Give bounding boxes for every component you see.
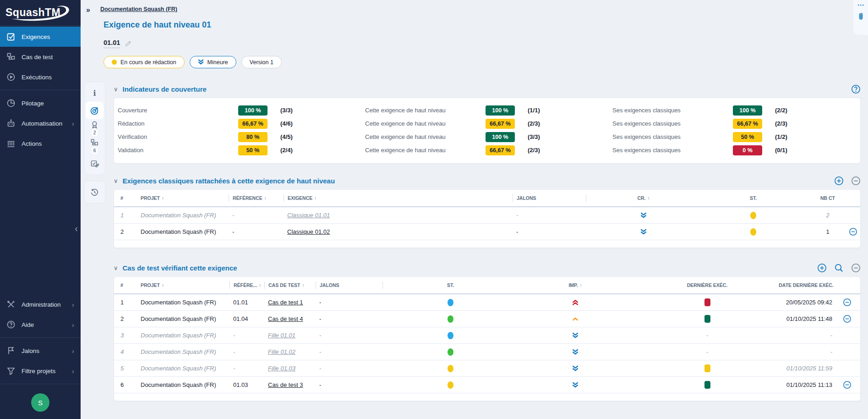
column-header-requirement[interactable]: EXIGENCE↑ — [284, 194, 516, 202]
attachment-paperclip-icon[interactable] — [857, 12, 865, 22]
table-header-row: # PROJET↑ RÉFÉRE...↑ CAS DE TEST↑ JALONS… — [114, 277, 860, 294]
table-row[interactable]: 4 Documentation Squash (FR) - Fille 01.0… — [114, 344, 860, 360]
table-row[interactable]: 1 Documentation Squash (FR) 01.01 Cas de… — [114, 294, 860, 311]
status-chip[interactable]: En cours de rédaction — [104, 56, 185, 68]
column-header-st[interactable]: ST. — [697, 194, 809, 202]
column-header-cr[interactable]: CR.↑ — [586, 194, 697, 202]
column-header-project[interactable]: PROJET↑ — [141, 281, 233, 289]
sort-ascending-icon: ↑ — [162, 196, 164, 201]
table-row[interactable]: 1 Documentation Squash (FR) - Classique … — [114, 207, 860, 224]
column-header-st[interactable]: ST. — [382, 281, 514, 289]
tab-information[interactable]: i — [86, 84, 104, 102]
links-count-badge: 6 — [92, 148, 98, 154]
reference-field[interactable]: 01.01 — [104, 39, 120, 48]
test-case-link[interactable]: Fille 01.03 — [268, 365, 319, 372]
column-header-num[interactable]: # — [120, 194, 141, 202]
table-row[interactable]: 5 Documentation Squash (FR) - Fille 01.0… — [114, 360, 860, 377]
sidebar-item-jalons[interactable]: Jalons › — [0, 341, 81, 361]
criticality-chip[interactable]: Mineure — [190, 56, 236, 68]
tab-coverage[interactable] — [86, 102, 104, 119]
test-case-link[interactable]: Cas de test 4 — [268, 315, 319, 322]
status-dot-icon — [448, 315, 453, 323]
version-chip[interactable]: Version 1 — [241, 56, 282, 68]
last-exec-status-icon — [704, 315, 710, 323]
detach-row-button[interactable] — [848, 227, 858, 237]
detach-requirement-button[interactable] — [851, 176, 861, 186]
tab-links[interactable]: 6 — [86, 137, 104, 155]
column-header-last-exec[interactable]: DERNIÈRE EXÉC. — [636, 281, 778, 289]
chevron-down-icon[interactable]: ∨ — [114, 265, 118, 271]
sidebar-item-label: Pilotage — [22, 100, 44, 107]
column-header-project[interactable]: PROJET↑ — [141, 194, 232, 202]
column-header-reference[interactable]: RÉFÉRENCE↑ — [229, 194, 287, 202]
attach-test-case-button[interactable] — [817, 263, 827, 273]
detach-row-button[interactable] — [842, 298, 852, 307]
help-circle-icon — [6, 320, 16, 329]
column-header-jalons[interactable]: JALONS — [316, 281, 386, 289]
column-header-reference[interactable]: RÉFÉRE...↑ — [229, 281, 268, 289]
milestone-flag-icon — [6, 346, 16, 355]
coverage-fraction: (4/6) — [276, 120, 365, 127]
breadcrumb[interactable]: Documentation Squash (FR) — [100, 6, 177, 12]
test-cases-section-header: ∨ Cas de test vérifiant cette exigence — [114, 259, 861, 276]
column-header-last-exec-date[interactable]: DATE DERNIÈRE EXÉC. — [778, 281, 834, 289]
coverage-percentage-badge: 100 % — [238, 105, 267, 116]
user-avatar[interactable]: S — [31, 393, 49, 412]
coverage-scope-label: Cette exigence de haut niveau — [365, 107, 477, 114]
sidebar-collapse-icon[interactable]: ‹ — [75, 224, 78, 233]
cell-jalons: - — [319, 381, 386, 388]
table-row[interactable]: 6 Documentation Squash (FR) 01.03 Cas de… — [114, 377, 860, 393]
table-row[interactable]: 3 Documentation Squash (FR) - Fille 01.0… — [114, 327, 860, 344]
more-options-icon[interactable]: ⋯ — [857, 2, 864, 8]
sidebar-item-pilotage[interactable]: Pilotage — [0, 93, 81, 113]
test-case-link[interactable]: Cas de test 3 — [268, 381, 319, 388]
chevron-down-icon[interactable]: ∨ — [114, 177, 118, 184]
column-header-nbct[interactable]: NB CT — [809, 194, 846, 202]
test-case-link[interactable]: Fille 01.02 — [268, 348, 319, 355]
requirement-link[interactable]: Classique 01.01 — [287, 212, 516, 219]
column-header-test-case[interactable]: CAS DE TEST↑ — [264, 281, 319, 289]
sidebar-item-actions[interactable]: Actions — [0, 133, 81, 154]
tab-versions[interactable]: 2 — [86, 119, 104, 137]
detach-row-button[interactable] — [842, 380, 852, 390]
column-header-jalons[interactable]: JALONS — [513, 194, 590, 202]
sidebar-item-aide[interactable]: Aide › — [0, 314, 81, 335]
cell-exec-date: - — [778, 332, 834, 339]
requirement-link[interactable]: Classique 01.02 — [287, 228, 516, 235]
table-row[interactable]: 2 Documentation Squash (FR) 01.04 Cas de… — [114, 311, 860, 327]
expand-tree-icon[interactable]: » — [86, 6, 90, 14]
sort-ascending-icon: ↑ — [580, 283, 582, 288]
test-case-link[interactable]: Cas de test 1 — [268, 299, 319, 306]
sidebar-item-automatisation[interactable]: Automatisation › — [0, 113, 81, 133]
help-icon[interactable] — [851, 84, 861, 94]
cell-project: Documentation Squash (FR) — [141, 315, 233, 322]
coverage-scope-label: Ses exigences classiques — [612, 120, 725, 127]
cell-jalons: - — [319, 348, 386, 355]
column-header-imp[interactable]: IMP.↑ — [514, 281, 636, 289]
sidebar-item-executions[interactable]: Exécutions — [0, 67, 81, 87]
table-row[interactable]: 2 Documentation Squash (FR) - Classique … — [114, 224, 860, 240]
tab-history[interactable] — [86, 183, 104, 201]
chevron-down-icon[interactable]: ∨ — [114, 86, 118, 93]
edit-pencil-icon[interactable] — [125, 40, 132, 47]
sidebar-item-administration[interactable]: Administration › — [0, 294, 81, 314]
criticality-minor-icon — [590, 212, 697, 219]
cell-exec-date: 01/10/2025 11:13 — [778, 381, 834, 388]
sidebar-item-cas-de-test[interactable]: Cas de test — [0, 47, 81, 67]
main-content: » Documentation Squash (FR) Exigence de … — [81, 0, 868, 419]
test-case-link[interactable]: Fille 01.01 — [268, 332, 319, 339]
search-icon[interactable] — [834, 263, 844, 273]
chevron-right-icon: › — [72, 367, 74, 375]
sidebar-item-filtre-projets[interactable]: Filtre projets › — [0, 361, 81, 381]
detach-row-button[interactable] — [842, 314, 852, 324]
cell-project: Documentation Squash (FR) — [141, 299, 233, 306]
attach-requirement-button[interactable] — [834, 176, 844, 186]
sidebar-item-label: Jalons — [22, 347, 39, 354]
app-logo[interactable]: SquashTM — [0, 0, 81, 26]
status-dot-icon — [112, 60, 117, 65]
tab-verifying-test-cases[interactable] — [86, 155, 104, 172]
detach-test-case-button[interactable] — [851, 263, 861, 273]
sidebar-item-exigences[interactable]: Exigences — [0, 27, 81, 47]
column-header-num[interactable]: # — [120, 281, 141, 289]
minor-criticality-icon — [198, 59, 204, 65]
